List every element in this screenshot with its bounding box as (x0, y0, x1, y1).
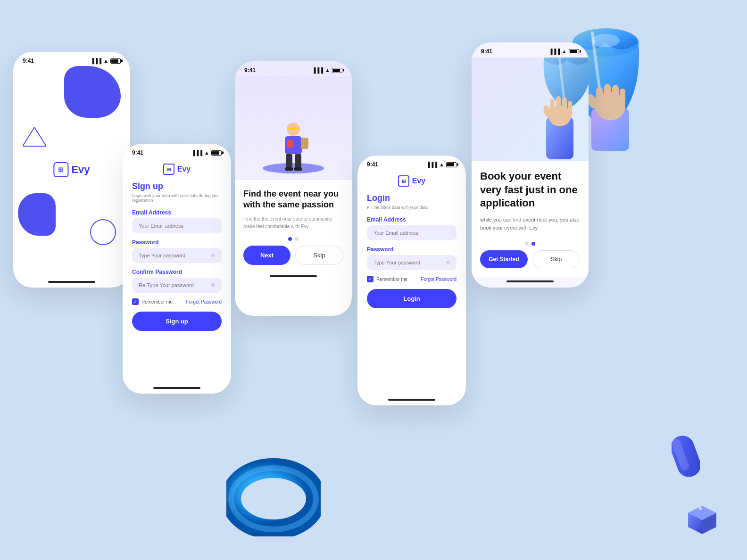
phone5-hand-deco (541, 89, 579, 161)
battery-2 (211, 150, 222, 156)
signal-2: ▐▐▐ (191, 150, 202, 156)
wifi-2: ▲ (204, 150, 209, 156)
password-input-2[interactable] (132, 248, 222, 263)
figure-leg-r (295, 154, 301, 167)
status-bar-1: 9:41 ▐▐▐ ▲ (13, 52, 130, 67)
dots-row (243, 237, 343, 241)
eye-icon-confirm: 👁 (210, 282, 216, 288)
battery-icon (110, 58, 121, 64)
get-started-button[interactable]: Get Started (480, 250, 528, 268)
signal-4: ▐▐▐ (426, 162, 437, 167)
login-button[interactable]: Login (367, 289, 456, 308)
phone-onboarding2: 9:41 ▐▐▐ ▲ (472, 42, 589, 288)
svg-marker-17 (23, 127, 46, 146)
email-wrapper-4 (367, 225, 456, 240)
figure-torso (285, 136, 302, 154)
time-5: 9:41 (481, 48, 492, 55)
triangle-deco (23, 127, 46, 150)
phone-signup: 9:41 ▐▐▐ ▲ ⊞ Evy Sign up Login with your… (123, 144, 231, 394)
status-icons-3: ▐▐▐ ▲ (312, 67, 342, 73)
signal-3: ▐▐▐ (312, 67, 323, 73)
phone-onboarding: 9:41 ▐▐▐ ▲ (235, 61, 352, 316)
checkbox-label-4: ✓ Remember me (367, 276, 407, 282)
eye-icon-2: 👁 (210, 252, 216, 259)
password-label-4: Password (367, 246, 456, 253)
figure-glasses (288, 127, 299, 130)
signup-logo: ⊞ Evy (163, 164, 191, 175)
blob-2 (18, 193, 56, 236)
remember-row-4: ✓ Remember me Forgot Password (367, 276, 456, 282)
skip-button-5[interactable]: Skip (532, 250, 580, 268)
status-icons-1: ▐▐▐ ▲ (91, 58, 121, 64)
password-input-4[interactable] (367, 255, 456, 270)
svg-rect-24 (568, 101, 572, 117)
login-title: Login (367, 193, 456, 203)
figure-device (287, 140, 293, 148)
svg-rect-21 (550, 99, 555, 117)
checkbox-label-2: ✓ Remember me (132, 298, 173, 305)
dot-2 (295, 237, 299, 241)
password-wrapper-4: 👁 (367, 255, 456, 270)
eye-icon-4: 👁 (445, 259, 451, 266)
password-input-wrapper-2: 👁 (132, 248, 222, 263)
signup-logo-text: Evy (177, 165, 191, 173)
dot-5-2 (531, 242, 535, 246)
email-input-4[interactable] (367, 225, 456, 240)
blob-1 (64, 66, 121, 118)
time-2: 9:41 (132, 149, 143, 156)
battery-4 (446, 162, 456, 167)
status-icons-5: ▐▐▐ ▲ (549, 49, 579, 54)
signup-button[interactable]: Sign up (132, 312, 222, 331)
email-label-2: Email Address (132, 209, 222, 216)
figure-legs (285, 154, 302, 167)
remember-text-2: Remember me (141, 299, 173, 305)
dot-1 (288, 237, 292, 241)
status-bar-5: 9:41 ▐▐▐ ▲ (472, 42, 589, 58)
skip-button[interactable]: Skip (295, 246, 343, 265)
email-input-2[interactable] (132, 218, 222, 233)
checkbox-4[interactable]: ✓ (367, 276, 374, 282)
home-bar-5 (506, 280, 554, 282)
login-logo-text: Evy (412, 177, 425, 185)
logo-text: Evy (71, 164, 90, 176)
onboard2-desc: while you can find event near you, you a… (480, 216, 580, 232)
status-bar-4: 9:41 ▐▐▐ ▲ (357, 156, 466, 171)
time-1: 9:41 (23, 58, 34, 64)
battery-3 (332, 68, 342, 73)
figure-feet (285, 167, 302, 171)
signup-subtitle: Login with your data with your data duri… (132, 193, 222, 203)
svg-rect-23 (562, 97, 567, 117)
login-subtitle: Fill the blank data with yupr data (367, 205, 456, 210)
time-3: 9:41 (244, 67, 256, 74)
signal-5: ▐▐▐ (549, 49, 560, 54)
status-bar-3: 9:41 ▐▐▐ ▲ (235, 61, 352, 76)
figure-leg-l (286, 154, 292, 167)
figure-character (285, 123, 302, 171)
status-icons-4: ▐▐▐ ▲ (426, 162, 456, 167)
splash-logo: ⊞ Evy (53, 162, 90, 177)
email-label-4: Email Address (367, 216, 456, 223)
phone-login: 9:41 ▐▐▐ ▲ ⊞ Evy Login Fill the blank da… (357, 156, 466, 405)
forgot-password-link-2[interactable]: Forgot Password (186, 299, 222, 305)
onboard-title: Find the event near you with the same pa… (243, 189, 343, 211)
forgot-password-link-4[interactable]: Forgot Password (421, 277, 456, 282)
dots-row-5 (480, 242, 580, 246)
signup-logo-icon: ⊞ (163, 164, 174, 175)
home-bar-2 (153, 387, 200, 389)
onboard-desc: Find the the event near your or communit… (243, 215, 343, 231)
wifi-4: ▲ (439, 162, 444, 167)
home-bar-1 (48, 281, 95, 283)
confirm-label-2: Confirm Password (132, 269, 222, 275)
signup-title: Sign up (132, 181, 222, 191)
dot-5-1 (525, 242, 529, 246)
figure-foot-l (285, 167, 293, 171)
checkbox-2[interactable]: ✓ (132, 298, 139, 305)
next-button[interactable]: Next (243, 246, 290, 265)
figure-foot-r (294, 167, 302, 171)
wifi-icon: ▲ (103, 58, 108, 64)
signal-icon: ▐▐▐ (91, 58, 101, 64)
onboard2-title: Book your event very fast just in one ap… (480, 170, 580, 210)
home-bar-3 (270, 275, 317, 277)
confirm-input-2[interactable] (132, 278, 222, 293)
remember-row-2: ✓ Remember me Forgot Password (132, 298, 222, 305)
